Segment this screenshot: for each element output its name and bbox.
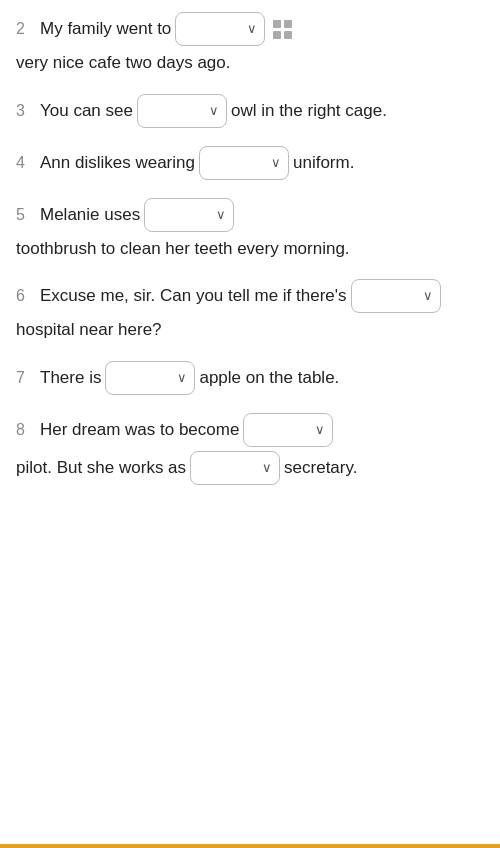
question-line-2: 2My family went toaanthe—∨very nice cafe…	[16, 12, 484, 76]
question-block-7: 7There isaanthe—∨apple on the table.	[16, 361, 484, 395]
question-7-text-2: apple on the table.	[199, 365, 339, 391]
question-block-5: 5Melanie usesaanthe—∨toothbrush to clean…	[16, 198, 484, 262]
question-line-8: 8Her dream was to becomeaanthe—∨pilot. B…	[16, 413, 484, 485]
dropdown-q8a-drop[interactable]: aanthe—	[243, 413, 333, 447]
dropdown-wrapper-q5-drop: aanthe—∨	[144, 198, 234, 232]
question-8-text-0: Her dream was to become	[40, 417, 239, 443]
question-6-text-2: hospital near here?	[16, 317, 162, 343]
question-number-7: 7	[16, 366, 34, 390]
dropdown-q4-drop[interactable]: aanthe—	[199, 146, 289, 180]
question-line-6: 6Excuse me, sir. Can you tell me if ther…	[16, 279, 484, 343]
question-block-2: 2My family went toaanthe—∨very nice cafe…	[16, 12, 484, 76]
dropdown-q8b-drop[interactable]: aanthe—	[190, 451, 280, 485]
question-number-8: 8	[16, 418, 34, 442]
question-number-4: 4	[16, 151, 34, 175]
question-4-text-0: Ann dislikes wearing	[40, 150, 195, 176]
question-5-text-0: Melanie uses	[40, 202, 140, 228]
dropdown-q2-drop[interactable]: aanthe—	[175, 12, 265, 46]
dropdown-wrapper-q6-drop: aanthe—∨	[351, 279, 441, 313]
dropdown-wrapper-q3-drop: aanthe—∨	[137, 94, 227, 128]
question-block-3: 3You can seeaanthe—∨owl in the right cag…	[16, 94, 484, 128]
dropdown-wrapper-q4-drop: aanthe—∨	[199, 146, 289, 180]
dropdown-q3-drop[interactable]: aanthe—	[137, 94, 227, 128]
question-block-4: 4Ann dislikes wearingaanthe—∨uniform.	[16, 146, 484, 180]
question-number-2: 2	[16, 17, 34, 41]
question-4-text-2: uniform.	[293, 150, 354, 176]
question-line-3: 3You can seeaanthe—∨owl in the right cag…	[16, 94, 484, 128]
question-number-5: 5	[16, 203, 34, 227]
question-3-text-0: You can see	[40, 98, 133, 124]
question-8-text-4: secretary.	[284, 455, 357, 481]
dropdown-q7-drop[interactable]: aanthe—	[105, 361, 195, 395]
question-6-text-0: Excuse me, sir. Can you tell me if there…	[40, 283, 347, 309]
grid-icon	[273, 20, 292, 39]
dropdown-wrapper-q7-drop: aanthe—∨	[105, 361, 195, 395]
dropdown-q5-drop[interactable]: aanthe—	[144, 198, 234, 232]
question-5-text-2: toothbrush to clean her teeth every morn…	[16, 236, 350, 262]
question-3-text-2: owl in the right cage.	[231, 98, 387, 124]
question-2-text-0: My family went to	[40, 16, 171, 42]
question-block-8: 8Her dream was to becomeaanthe—∨pilot. B…	[16, 413, 484, 485]
question-number-3: 3	[16, 99, 34, 123]
dropdown-wrapper-q2-drop: aanthe—∨	[175, 12, 265, 46]
question-8-text-2: pilot. But she works as	[16, 455, 186, 481]
question-line-4: 4Ann dislikes wearingaanthe—∨uniform.	[16, 146, 484, 180]
dropdown-wrapper-q8a-drop: aanthe—∨	[243, 413, 333, 447]
bottom-bar	[0, 844, 500, 848]
question-2-text-2: very nice cafe two days ago.	[16, 50, 231, 76]
question-line-7: 7There isaanthe—∨apple on the table.	[16, 361, 484, 395]
dropdown-wrapper-q8b-drop: aanthe—∨	[190, 451, 280, 485]
question-block-6: 6Excuse me, sir. Can you tell me if ther…	[16, 279, 484, 343]
dropdown-q6-drop[interactable]: aanthe—	[351, 279, 441, 313]
question-7-text-0: There is	[40, 365, 101, 391]
question-line-5: 5Melanie usesaanthe—∨toothbrush to clean…	[16, 198, 484, 262]
question-number-6: 6	[16, 284, 34, 308]
